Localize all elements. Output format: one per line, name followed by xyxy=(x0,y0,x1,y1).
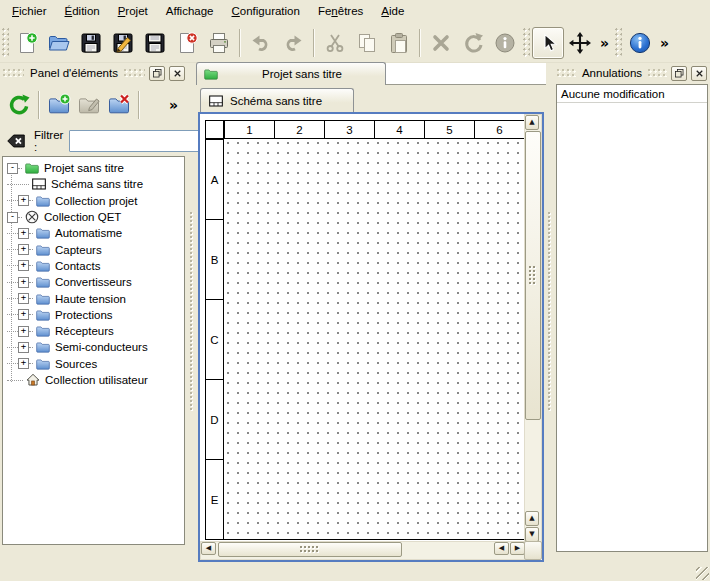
arrow-left-icon: ◀ xyxy=(499,545,504,552)
edit-category-button[interactable] xyxy=(74,90,104,120)
scroll-left-button[interactable]: ◀ xyxy=(201,542,216,555)
menu-fenetres[interactable]: Fenêtres xyxy=(309,2,372,21)
menu-edition[interactable]: Édition xyxy=(56,2,109,21)
scroll-up-button-2[interactable]: ▲ xyxy=(525,511,539,526)
print-button[interactable] xyxy=(203,27,235,59)
save-all-button[interactable] xyxy=(139,27,171,59)
new-category-button[interactable] xyxy=(44,90,74,120)
scroll-down-button[interactable]: ▼ xyxy=(525,527,539,542)
tree-item-capteurs[interactable]: + Capteurs xyxy=(3,241,184,257)
tree-item-collection-projet[interactable]: + Collection projet xyxy=(3,193,184,209)
save-button[interactable] xyxy=(75,27,107,59)
tree-item-haute-tension[interactable]: + Haute tension xyxy=(3,290,184,306)
undo-button[interactable] xyxy=(245,27,277,59)
menu-aide[interactable]: Aide xyxy=(372,2,413,21)
tab-project[interactable]: Projet sans titre xyxy=(196,62,386,85)
save-as-button[interactable] xyxy=(107,27,139,59)
tree-item-convertisseurs[interactable]: + Convertisseurs xyxy=(3,274,184,290)
new-document-button[interactable] xyxy=(11,27,43,59)
expand-toggle[interactable]: + xyxy=(18,228,29,239)
tree-item-recepteurs[interactable]: + Récepteurs xyxy=(3,323,184,339)
delete-button[interactable] xyxy=(425,27,457,59)
collapse-toggle[interactable]: - xyxy=(7,212,18,223)
close-panel-button[interactable] xyxy=(169,66,185,81)
elements-panel-titlebar: Panel d'éléments xyxy=(0,62,188,83)
open-document-button[interactable] xyxy=(43,27,75,59)
menu-fichier[interactable]: Fichier xyxy=(3,2,56,21)
project-folder-icon xyxy=(203,66,219,82)
expand-toggle[interactable]: + xyxy=(18,260,29,271)
diagram-view[interactable]: 123456ABCDE ▲ ▲ ▼ ◀ ◀ ▶ xyxy=(198,112,544,562)
close-document-button[interactable] xyxy=(171,27,203,59)
tree-item-collection-utilisateur[interactable]: Collection utilisateur xyxy=(3,372,184,388)
copy-button[interactable] xyxy=(351,27,383,59)
toolbar-handle[interactable] xyxy=(615,28,622,58)
reload-collections-button[interactable] xyxy=(4,90,34,120)
delete-category-button[interactable] xyxy=(104,90,134,120)
expand-toggle[interactable]: + xyxy=(18,326,29,337)
float-panel-button[interactable] xyxy=(149,66,165,81)
dock-grip[interactable] xyxy=(3,69,24,77)
elements-panel-dock: Panel d'éléments » Filtrer : - Projet sa… xyxy=(0,62,188,563)
dock-grip[interactable] xyxy=(557,69,576,77)
select-mode-button[interactable] xyxy=(532,27,564,59)
element-info-button[interactable] xyxy=(489,27,521,59)
toolbar-overflow-button[interactable]: » xyxy=(656,28,673,58)
horizontal-scrollbar[interactable]: ◀ ◀ ▶ xyxy=(200,541,526,560)
float-panel-button[interactable] xyxy=(671,66,687,81)
tree-item-protections[interactable]: + Protections xyxy=(3,307,184,323)
toolbar-handle[interactable] xyxy=(523,28,530,58)
scroll-right-button[interactable]: ▶ xyxy=(510,542,525,555)
rotate-button[interactable] xyxy=(457,27,489,59)
vertical-scroll-thumb[interactable] xyxy=(525,131,541,420)
paste-button[interactable] xyxy=(383,27,415,59)
expand-toggle[interactable]: + xyxy=(18,277,29,288)
tree-item-semi-conducteurs[interactable]: + Semi-conducteurs xyxy=(3,339,184,355)
expand-toggle[interactable]: + xyxy=(18,342,29,353)
expand-toggle[interactable]: + xyxy=(18,244,29,255)
tree-item-projet-sans-titre[interactable]: - Projet sans titre xyxy=(3,160,184,176)
tree-item-automatisme[interactable]: + Automatisme xyxy=(3,225,184,241)
dock-grip[interactable] xyxy=(124,69,145,77)
tree-item-sources[interactable]: + Sources xyxy=(3,356,184,372)
tree-item-contacts[interactable]: + Contacts xyxy=(3,258,184,274)
expand-toggle[interactable]: + xyxy=(18,293,29,304)
close-panel-button[interactable] xyxy=(691,66,707,81)
redo-button[interactable] xyxy=(277,27,309,59)
about-qet-button[interactable] xyxy=(624,27,656,59)
toolbar-separator xyxy=(239,29,241,57)
tree-guide-stub xyxy=(29,331,33,332)
toolbar-overflow-button[interactable]: » xyxy=(596,28,613,58)
horizontal-scroll-thumb[interactable] xyxy=(218,542,402,557)
tree-item-collection-qet[interactable]: -Collection QET xyxy=(3,209,184,225)
scroll-up-button[interactable]: ▲ xyxy=(525,115,539,130)
vertical-scrollbar[interactable]: ▲ ▲ ▼ xyxy=(524,114,542,543)
frame-column-label: 6 xyxy=(474,121,524,139)
diagram-scene[interactable]: 123456ABCDE xyxy=(200,114,526,543)
clear-filter-button[interactable] xyxy=(4,129,28,153)
right-splitter[interactable] xyxy=(546,62,554,563)
tree-item-schema-sans-titre[interactable]: Schéma sans titre xyxy=(3,176,184,192)
menu-projet[interactable]: Projet xyxy=(109,2,157,21)
resize-grip[interactable] xyxy=(696,567,709,580)
tab-schema[interactable]: Schéma sans titre xyxy=(200,88,354,112)
folder-blue-icon xyxy=(35,356,51,372)
left-splitter[interactable] xyxy=(188,62,196,563)
undo-history-list[interactable]: Aucune modification xyxy=(556,84,708,552)
pan-mode-button[interactable] xyxy=(564,27,596,59)
menu-configuration[interactable]: Configuration xyxy=(223,2,309,21)
expand-toggle[interactable]: + xyxy=(18,358,29,369)
expand-toggle[interactable]: + xyxy=(18,195,29,206)
undo-history-item[interactable]: Aucune modification xyxy=(557,85,707,103)
schema-icon xyxy=(208,93,224,109)
expand-toggle[interactable]: + xyxy=(18,309,29,320)
toolbar-handle[interactable] xyxy=(2,28,9,58)
collapse-toggle[interactable]: - xyxy=(7,163,18,174)
cut-button[interactable] xyxy=(319,27,351,59)
toolbar-overflow-button[interactable]: » xyxy=(165,90,182,120)
frame-row-label: B xyxy=(206,219,224,299)
dock-grip[interactable] xyxy=(648,69,667,77)
save-all-icon xyxy=(143,31,167,55)
scroll-left-button-2[interactable]: ◀ xyxy=(494,542,509,555)
menu-affichage[interactable]: Affichage xyxy=(157,2,223,21)
